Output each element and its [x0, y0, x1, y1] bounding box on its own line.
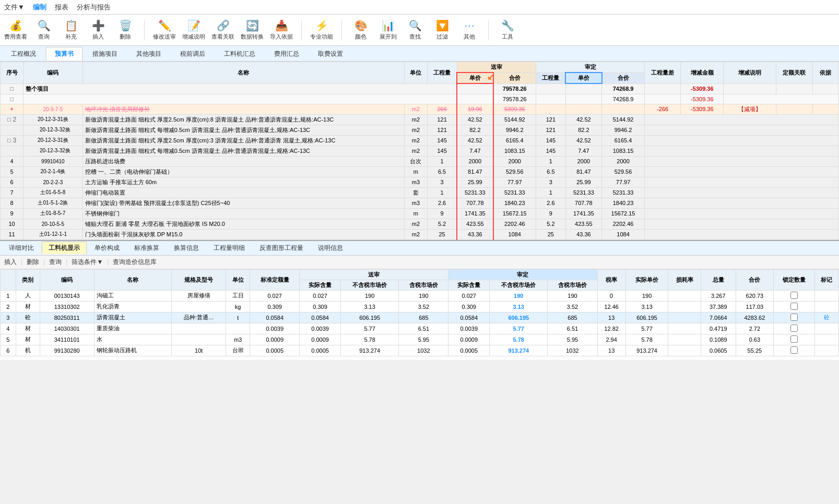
table-row-8[interactable]: 8 土01-5-1-2换 伸缩门(架设) 带闸基础 预拌混凝土(非泵送型) C2… — [1, 198, 839, 208]
table-row-4[interactable]: 4 99910410 压路机进出场费 台次 1 2000 2000 1 2000… — [1, 156, 839, 166]
tab-materials[interactable]: 工料机汇总 — [215, 47, 264, 61]
menu-report[interactable]: 报表 — [55, 3, 68, 12]
tab-others[interactable]: 其他项目 — [127, 47, 170, 61]
cell-b-lock-1[interactable] — [774, 290, 815, 301]
toolbar-import[interactable]: 📥 导入依据 — [270, 19, 293, 41]
cell-b-std-4: 0.0039 — [250, 323, 300, 334]
table-row-7[interactable]: 7 土01-6-5-8 伸缩门电动装置 套 1 5231.33 5231.33 … — [1, 187, 839, 198]
col-basis: 依据 — [812, 62, 838, 84]
menu-analysis[interactable]: 分析与报告 — [77, 3, 111, 12]
cell-expand-sub[interactable]: □ — [1, 94, 23, 104]
main-tab-bar: 工程概况 预算书 措施项目 其他项目 税前调后 工料机汇总 费用汇总 取费设置 — [0, 46, 839, 62]
cell-b-lock-4[interactable] — [774, 323, 815, 334]
bottom-row-5[interactable]: 5 材 34110101 水 m3 0.0009 0.0009 5.78 5.9… — [1, 334, 839, 345]
toolbar-sep-3 — [341, 20, 342, 41]
col-budget-link: 定额关联 — [776, 62, 812, 84]
col-bottom-lock-qty: 锁定数量 — [774, 269, 815, 290]
col-review-qty: 工程量 — [536, 73, 565, 83]
table-row-11[interactable]: 11 土01-12-1-1 门头墙面粉刷 干混抹灰砂浆 DP M15.0 m2 … — [1, 229, 839, 239]
cell-qty-4: 1 — [427, 156, 457, 166]
table-row-5[interactable]: 5 20-2-1-4换 挖槽 一、二类（电动伸缩门基础） m 6.5 81.47… — [1, 166, 839, 177]
bottom-tab-convert-info[interactable]: 换算信息 — [167, 242, 206, 254]
cell-b-type-1: 人 — [16, 290, 40, 301]
toolbar-color[interactable]: 🎨 颜色 — [350, 19, 371, 41]
toolbar-review[interactable]: ✏️ 修改送审 — [153, 19, 176, 41]
cell-addnote-del: 【减项】 — [724, 104, 776, 114]
toolbar-cost-check[interactable]: 💰 费用查看 — [4, 19, 27, 41]
tab-overview[interactable]: 工程概况 — [2, 47, 45, 61]
bottom-btn-insert[interactable]: 插入 — [4, 258, 17, 267]
toolbar-expand[interactable]: 📊 展开到 — [377, 19, 398, 41]
cell-qty-3b: 145 — [427, 146, 457, 156]
toolbar-check-link[interactable]: 🔗 查看关联 — [211, 19, 234, 41]
toolbar-query[interactable]: 🔍 查询 — [33, 19, 54, 41]
tab-pretax[interactable]: 税前调后 — [171, 47, 214, 61]
bottom-btn-price-query[interactable]: 查询造价信息库 — [113, 258, 157, 267]
menu-edit[interactable]: 编制 — [33, 3, 46, 12]
cell-code-del: 20-9-7-5 — [23, 104, 82, 114]
bottom-tab-std-convert[interactable]: 标准换算 — [127, 242, 166, 254]
cell-b-s-notax-5: 5.78 — [340, 334, 398, 345]
bottom-row-2[interactable]: 2 材 13310302 乳化沥青 kg 0.309 0.309 3.13 3.… — [1, 301, 839, 312]
col-review-price: 单价 — [565, 73, 601, 83]
cell-b-lock-3[interactable] — [774, 312, 815, 323]
toolbar-add-note[interactable]: 📝 增减说明 — [182, 19, 205, 41]
toolbar-search[interactable]: 🔍 查找 — [405, 19, 426, 41]
toolbar-data-convert[interactable]: 🔄 数据转换 — [241, 19, 264, 41]
bottom-row-6[interactable]: 6 机 99130280 钢轮振动压路机 10t 台班 0.0005 0.000… — [1, 345, 839, 356]
toolbar-filter[interactable]: 🔽 过滤 — [432, 19, 453, 41]
cell-rprice-9: 1741.35 — [565, 208, 601, 219]
table-row-6[interactable]: 6 20-2-2-3 土方运输 手推车运土方 60m m3 3 25.99 77… — [1, 177, 839, 187]
toolbar-tools[interactable]: 🔧 工具 — [497, 19, 518, 41]
toolbar-delete[interactable]: 🗑️ 删除 — [115, 19, 136, 41]
cell-rtotal-8: 1840.23 — [602, 198, 645, 208]
bottom-tab-reverse-check[interactable]: 反查图形工程量 — [253, 242, 310, 254]
cell-b-s-tax-1: 190 — [399, 290, 448, 301]
table-row-2[interactable]: □ 2 20-12-3-31换 新做沥青混凝土路面 细粒式 厚度2.5cm 厚度… — [1, 114, 839, 125]
tab-measures[interactable]: 措施项目 — [84, 47, 126, 61]
cell-b-s-actual-2: 0.309 — [300, 301, 341, 312]
table-row-3[interactable]: □ 3 20-12-3-31换 新做沥青混凝土路面 细粒式 厚度2.5cm 厚度… — [1, 135, 839, 146]
cell-expand[interactable]: □ — [1, 83, 23, 94]
bottom-tab-detail[interactable]: 详细对比 — [2, 242, 41, 254]
table-row-10[interactable]: 10 20-10-5-5 铺贴大理石 新浦 零星 大理石板 干混地面砂浆 IS … — [1, 219, 839, 229]
cell-qty-6: 3 — [427, 177, 457, 187]
cell-b-tprice-4: 2.72 — [736, 323, 773, 334]
table-row-3b[interactable]: 20-12-3-32换 新做沥青混凝土路面 细粒式 每增减0.5cm 沥青混凝土… — [1, 146, 839, 156]
cell-empty-9 — [645, 208, 839, 219]
cell-b-lock-6[interactable] — [774, 345, 815, 356]
cell-b-unit-6: 台班 — [226, 345, 250, 356]
table-row-deleted[interactable]: ✦ 20-9-7-5 地坪冲光 清音克局部修补 m2 266 19.96 530… — [1, 104, 839, 114]
toolbar-replenish[interactable]: 📋 补充 — [61, 19, 81, 41]
bottom-btn-delete[interactable]: 删除 — [27, 258, 39, 267]
tab-budget[interactable]: 预算书 — [46, 47, 82, 61]
bottom-btn-query[interactable]: 查询 — [49, 258, 62, 267]
bottom-row-3[interactable]: 3 砼 80250311 沥青混凝土 品种:普通… t 0.0584 0.058… — [1, 312, 839, 323]
toolbar-special[interactable]: ⚡ 专业功能 — [310, 19, 333, 41]
table-row-9[interactable]: 9 土01-8-5-7 不锈钢伸缩门 m 9 1741.35 15672.15 … — [1, 208, 839, 219]
bottom-btn-filter[interactable]: 筛选条件▼ — [72, 258, 103, 267]
tab-costs[interactable]: 费用汇总 — [265, 47, 308, 61]
cell-b-unit-3: t — [226, 312, 250, 323]
cell-empty-8 — [645, 198, 839, 208]
tab-fee-settings[interactable]: 取费设置 — [309, 47, 352, 61]
bottom-tab-materials[interactable]: 工料机显示 — [42, 242, 87, 254]
cell-b-code-5: 34110101 — [40, 334, 94, 345]
bottom-row-1[interactable]: 1 人 00130143 沟磁工 房屋修缮 工日 0.027 0.027 190… — [1, 290, 839, 301]
cell-rtotal-5: 529.56 — [602, 166, 645, 177]
bottom-tab-price-comp[interactable]: 单价构成 — [88, 242, 126, 254]
col-submit-tax-price: 含税市场价 — [399, 280, 448, 290]
bottom-tab-qty-detail[interactable]: 工程量明细 — [207, 242, 252, 254]
toolbar-insert[interactable]: ➕ 插入 — [88, 19, 109, 41]
col-name: 名称 — [82, 62, 404, 84]
toolbar-other[interactable]: ⋯ 其他 — [459, 19, 480, 41]
cell-b-lock-5[interactable] — [774, 334, 815, 345]
cell-rqty-7: 1 — [536, 187, 565, 198]
bottom-row-4[interactable]: 4 材 14030301 重质柴油 0.0039 0.0039 5.77 6.5… — [1, 323, 839, 334]
table-row-2b[interactable]: 20-12-3-32换 新做沥青混凝土路面 细粒式 每增减0.5cm 沥青混凝土… — [1, 125, 839, 135]
toolbar-sep-1 — [144, 20, 145, 41]
cell-name-7: 伸缩门电动装置 — [82, 187, 404, 198]
cell-b-lock-2[interactable] — [774, 301, 815, 312]
bottom-tab-notes[interactable]: 说明信息 — [311, 242, 350, 254]
menu-file[interactable]: 文件▼ — [4, 3, 25, 12]
